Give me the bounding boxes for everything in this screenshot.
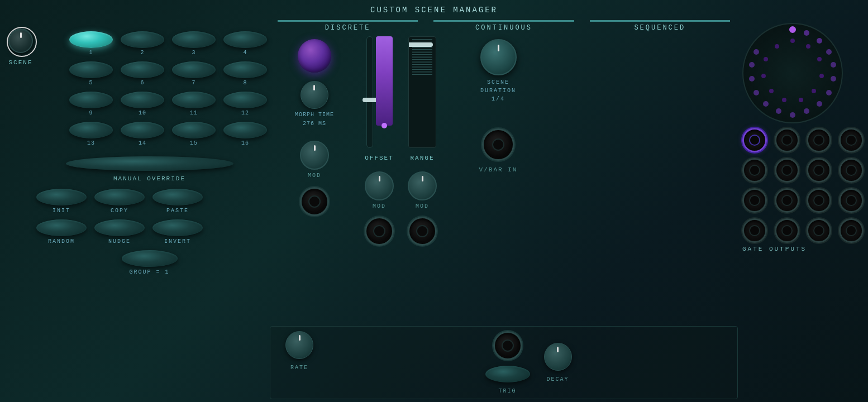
- svg-point-4: [831, 62, 836, 68]
- trig-decay-group: TRIG DECAY: [326, 331, 731, 394]
- modes-header: DISCRETE CONTINUOUS SEQUENCED: [270, 20, 738, 32]
- nudge-button[interactable]: [94, 219, 145, 236]
- discrete-section: MORPH TIME 276 MS MOD: [270, 34, 359, 323]
- range-label: RANGE: [410, 155, 434, 161]
- gate-jack-16[interactable]: [839, 218, 864, 243]
- svg-point-15: [753, 49, 759, 55]
- bottom-controls: RATE TRIG DECAY: [270, 326, 738, 399]
- paste-button[interactable]: [152, 189, 203, 205]
- gate-outputs-label: GATE OUTPUTS: [742, 246, 865, 252]
- range-slider[interactable]: [408, 36, 436, 148]
- svg-point-12: [753, 90, 759, 95]
- init-btn-group[interactable]: INIT: [36, 189, 87, 214]
- morph-time-knob[interactable]: [301, 81, 328, 109]
- rate-knob[interactable]: [285, 331, 313, 359]
- range-mod-knob[interactable]: [408, 171, 437, 200]
- copy-button[interactable]: [94, 189, 145, 205]
- svg-point-7: [817, 101, 822, 107]
- svg-point-20: [812, 89, 816, 93]
- gate-jack-2[interactable]: [775, 128, 799, 152]
- continuous-tab[interactable]: CONTINUOUS: [426, 20, 581, 32]
- scene-btn-5[interactable]: 5: [69, 61, 113, 86]
- sequencer-wheel[interactable]: [742, 23, 843, 123]
- continuous-section: OFFSET MOD: [365, 34, 437, 323]
- gate-jack-15[interactable]: [807, 218, 831, 243]
- v-bar-group: V/BAR IN: [479, 128, 518, 173]
- svg-point-23: [769, 89, 774, 93]
- decay-group: DECAY: [544, 343, 572, 382]
- range-jack-group: [408, 217, 437, 246]
- gate-jack-5[interactable]: [742, 158, 767, 183]
- svg-point-16: [790, 39, 795, 43]
- scene-btn-9[interactable]: 9: [69, 92, 113, 116]
- svg-point-10: [776, 108, 781, 114]
- nudge-btn-group[interactable]: NUDGE: [94, 219, 145, 245]
- init-button[interactable]: [36, 189, 87, 205]
- copy-btn-group[interactable]: COPY: [94, 189, 145, 214]
- offset-slider[interactable]: [366, 36, 373, 148]
- gate-jack-7[interactable]: [807, 158, 831, 183]
- v-bar-jack[interactable]: [482, 128, 514, 161]
- gate-jack-3[interactable]: [807, 128, 831, 152]
- svg-point-9: [790, 112, 795, 118]
- scene-btn-10[interactable]: 10: [121, 92, 164, 116]
- svg-point-5: [831, 76, 836, 82]
- gate-jack-12[interactable]: [839, 188, 864, 213]
- trig-button[interactable]: [485, 366, 530, 382]
- group-button[interactable]: [122, 250, 178, 267]
- scene-btn-6[interactable]: 6: [121, 61, 164, 86]
- gate-jack-8[interactable]: [839, 158, 864, 183]
- discrete-mod-knob[interactable]: [300, 141, 329, 170]
- gate-jack-13[interactable]: [742, 218, 767, 243]
- gate-jack-11[interactable]: [807, 188, 831, 213]
- invert-btn-group[interactable]: INVERT: [152, 219, 203, 245]
- gate-jack-1[interactable]: [742, 128, 767, 152]
- offset-label: OFFSET: [365, 155, 394, 161]
- gate-jack-9[interactable]: [742, 188, 767, 213]
- scene-knob[interactable]: [8, 28, 33, 53]
- scene-btn-4[interactable]: 4: [223, 31, 267, 56]
- offset-jack-group: [365, 217, 394, 246]
- invert-button[interactable]: [152, 219, 203, 236]
- scene-btn-3[interactable]: 3: [172, 31, 216, 56]
- rate-group: RATE: [277, 331, 322, 394]
- offset-jack[interactable]: [365, 217, 394, 246]
- sequenced-tab[interactable]: SEQUENCED: [582, 20, 738, 32]
- svg-point-2: [817, 38, 822, 44]
- scene-btn-14[interactable]: 14: [121, 122, 164, 146]
- paste-btn-group[interactable]: PASTE: [152, 189, 203, 214]
- discrete-sphere[interactable]: [298, 39, 331, 73]
- scene-btn-15[interactable]: 15: [172, 122, 216, 146]
- trig-jack[interactable]: [493, 331, 522, 360]
- svg-point-19: [819, 74, 824, 78]
- scene-btn-12[interactable]: 12: [223, 92, 267, 116]
- svg-point-3: [826, 49, 832, 55]
- page-title: CUSTOM SCENE MANAGER: [0, 0, 868, 17]
- scene-btn-8[interactable]: 8: [223, 61, 267, 86]
- scene-btn-7[interactable]: 7: [172, 61, 216, 86]
- gate-jack-14[interactable]: [775, 218, 799, 243]
- scene-duration-knob[interactable]: [480, 39, 517, 75]
- range-jack[interactable]: [408, 217, 437, 246]
- morph-knob-group: MORPH TIME 276 MS: [295, 81, 334, 127]
- gate-jack-10[interactable]: [775, 188, 799, 213]
- scene-duration-group: SCENE DURATION 1/4: [480, 39, 517, 103]
- random-button[interactable]: [36, 219, 87, 236]
- discrete-tab[interactable]: DISCRETE: [270, 20, 426, 32]
- random-btn-group[interactable]: RANDOM: [36, 219, 87, 245]
- scene-btn-2[interactable]: 2: [121, 31, 164, 56]
- svg-point-1: [804, 30, 809, 36]
- svg-point-14: [749, 62, 755, 68]
- scene-btn-13[interactable]: 13: [69, 122, 113, 146]
- gate-jack-6[interactable]: [775, 158, 799, 183]
- gate-jack-4[interactable]: [839, 128, 864, 152]
- sequenced-section: SCENE DURATION 1/4 V/BAR IN: [442, 34, 554, 323]
- decay-knob[interactable]: [544, 343, 572, 371]
- scene-btn-1[interactable]: 1: [69, 31, 113, 56]
- scene-label: SCENE: [8, 59, 32, 66]
- svg-point-26: [775, 44, 779, 49]
- scene-btn-11[interactable]: 11: [172, 92, 216, 116]
- discrete-jack[interactable]: [300, 187, 329, 216]
- scene-btn-16[interactable]: 16: [223, 122, 267, 146]
- offset-mod-knob[interactable]: [365, 171, 394, 200]
